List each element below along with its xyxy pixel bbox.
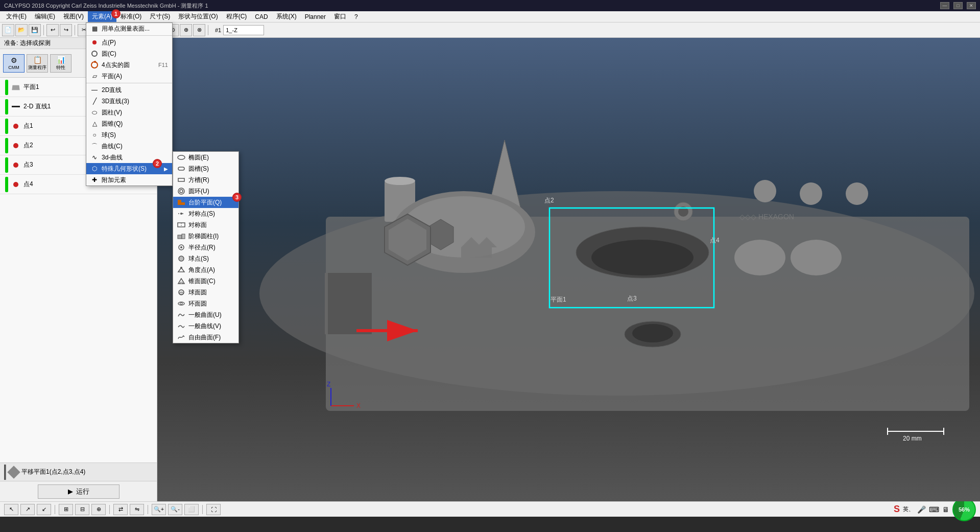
- dd-addon[interactable]: ✚ 附加元素: [86, 174, 172, 186]
- dd-4point-circle[interactable]: 4点实的圆 F11: [86, 59, 172, 71]
- bottom-el-icon: [7, 466, 20, 478]
- menu-help[interactable]: ?: [350, 11, 362, 22]
- close-button[interactable]: ✕: [967, 2, 976, 9]
- menu-window[interactable]: 窗口: [330, 11, 350, 22]
- sub-sphere-point[interactable]: 球点(S): [173, 253, 238, 264]
- dd-2dline[interactable]: — 2D直线: [86, 84, 172, 96]
- bb-btn-4[interactable]: ⊞: [59, 504, 73, 515]
- menu-program[interactable]: 程序(C): [222, 11, 251, 22]
- dd-curve[interactable]: ⌒ 曲线(C): [86, 141, 172, 152]
- dd-plane[interactable]: ▱ 平面(A): [86, 71, 172, 82]
- dd-cone[interactable]: △ 圆锥(Q): [86, 118, 172, 129]
- sub-step-cyl[interactable]: 阶梯圆柱(I): [173, 230, 238, 242]
- sub-rect-slot[interactable]: 方槽(R): [173, 174, 238, 186]
- 4circle-menu-icon: [90, 61, 99, 69]
- menu-view[interactable]: 视图(V): [59, 11, 88, 22]
- coord-input[interactable]: [223, 25, 264, 35]
- sub-angle-point[interactable]: 角度点(A): [173, 264, 238, 275]
- svg-text:◇◇◇ HEXAGON: ◇◇◇ HEXAGON: [739, 213, 794, 221]
- menu-edit[interactable]: 编辑(E): [31, 11, 59, 22]
- sub-half-point[interactable]: 半径点(R): [173, 242, 238, 253]
- point4-icon: [11, 180, 20, 189]
- sub-label-cone-circle: 锥面圆(C): [188, 277, 216, 286]
- sub-step-plane[interactable]: 台阶平面(Q) 3: [173, 197, 238, 208]
- bb-btn-5[interactable]: ⊟: [75, 504, 89, 515]
- sub-torus-circle[interactable]: 环面圆: [173, 298, 238, 309]
- bb-btn-6[interactable]: ⊕: [91, 504, 106, 515]
- 3d-viewport[interactable]: X = 79.5009 Y = 13.5230 Z = -0.0000: [157, 38, 980, 501]
- sub-general-curve[interactable]: 一般曲线(V): [173, 320, 238, 332]
- dd-label-point: 点(P): [102, 38, 116, 47]
- bb-btn-1[interactable]: ↖: [4, 504, 18, 515]
- menu-planner[interactable]: Planner: [301, 11, 330, 22]
- maximize-button[interactable]: □: [953, 2, 963, 9]
- point3-label: 点3: [23, 160, 33, 169]
- sym-face-sub-icon: [177, 221, 185, 229]
- title-bar: CALYPSO 2018 Copyright Carl Zeiss Indust…: [0, 0, 980, 11]
- svg-text:Z: Z: [327, 381, 330, 388]
- sub-label-ellipse: 椭圆(E): [188, 153, 209, 162]
- open-button[interactable]: 📂: [15, 24, 28, 36]
- probe-btn3[interactable]: ⊗: [193, 24, 205, 36]
- sub-ellipse[interactable]: 椭圆(E): [173, 152, 238, 163]
- dd-special[interactable]: ⬡ 特殊几何形状(S) ▶ 2: [86, 163, 172, 174]
- redo-button[interactable]: ↪: [60, 24, 72, 36]
- bb-btn-10[interactable]: 🔍-: [168, 504, 182, 515]
- dd-single-surface[interactable]: ▦ 用单点测量表面...: [86, 23, 172, 34]
- measure-program-button[interactable]: 📋 测量程序: [27, 54, 48, 73]
- undo-button[interactable]: ↩: [46, 24, 59, 36]
- feature-button[interactable]: 📊 特性: [50, 54, 71, 73]
- bb-btn-11[interactable]: ⬜: [184, 504, 199, 515]
- sub-sym-face[interactable]: 对称面: [173, 219, 238, 230]
- menu-file[interactable]: 文件(E): [2, 11, 31, 22]
- sub-general-surface[interactable]: 一般曲面(U): [173, 309, 238, 320]
- new-button[interactable]: 📄: [2, 24, 14, 36]
- menu-element[interactable]: 元素(A) 1: [88, 11, 116, 22]
- menu-cad[interactable]: CAD: [251, 11, 272, 22]
- dd-sphere[interactable]: ○ 球(S): [86, 129, 172, 141]
- dd-circle[interactable]: 圆(C): [86, 48, 172, 59]
- 3d-scene-svg: 点2 点3 点4 平面1 X Z ◇◇◇ HEXAGON: [157, 38, 980, 501]
- bb-sep1: [55, 505, 55, 514]
- bb-btn-12[interactable]: ⛶: [206, 504, 221, 515]
- bottom-element[interactable]: 平移平面1(点2,点3,点4): [0, 462, 157, 481]
- svg-text:点3: 点3: [627, 295, 637, 302]
- svg-point-46: [180, 190, 183, 193]
- menu-size[interactable]: 尺寸(S): [146, 11, 174, 22]
- sub-free-surface[interactable]: 自由曲面(F): [173, 332, 238, 343]
- bb-btn-9[interactable]: 🔍+: [152, 504, 166, 515]
- menu-bar: 文件(E) 编辑(E) 视图(V) 元素(A) 1 标准(O) 尺寸(S) 形状…: [0, 11, 980, 22]
- sub-label-sym-point: 对称点(S): [188, 210, 215, 218]
- sub-slot[interactable]: 圆槽(S): [173, 163, 238, 174]
- dd-label-curve: 曲线(C): [102, 142, 123, 151]
- run-button[interactable]: ▶ 运行: [38, 484, 119, 499]
- sub-annulus[interactable]: 圆环(U): [173, 186, 238, 197]
- bb-btn-8[interactable]: ⇋: [130, 504, 144, 515]
- menu-measure[interactable]: 标准(O): [116, 11, 146, 22]
- menu-system[interactable]: 系统(X): [272, 11, 301, 22]
- dd-point[interactable]: 点(P): [86, 37, 172, 48]
- svg-point-15: [754, 180, 776, 202]
- point2-label: 点2: [23, 141, 33, 150]
- bb-btn-3[interactable]: ↙: [37, 504, 51, 515]
- sub-cone-circle[interactable]: 锥面圆(C): [173, 275, 238, 287]
- svg-point-6: [385, 177, 415, 185]
- probe-btn2[interactable]: ⊕: [180, 24, 192, 36]
- svg-point-59: [180, 267, 182, 269]
- bb-btn-2[interactable]: ↗: [20, 504, 35, 515]
- status-bar-line1: [5, 99, 8, 114]
- minimize-button[interactable]: —: [940, 2, 949, 9]
- svg-rect-54: [182, 234, 185, 239]
- dd-3dline[interactable]: ╱ 3D直线(3): [86, 96, 172, 107]
- bottom-el-bar: [4, 465, 6, 480]
- cmm-button[interactable]: ⚙ CMM: [3, 54, 25, 73]
- bb-btn-7[interactable]: ⇄: [113, 504, 128, 515]
- cmm-label: CMM: [8, 65, 19, 70]
- sub-sym-point[interactable]: 对称点(S): [173, 208, 238, 219]
- rect-sub-icon: [177, 176, 185, 184]
- dd-cylinder[interactable]: ⬭ 圆柱(V): [86, 107, 172, 118]
- menu-form[interactable]: 形状与位置(O): [174, 11, 222, 22]
- dd-label-cone: 圆锥(Q): [102, 120, 123, 128]
- save-button[interactable]: 💾: [29, 24, 41, 36]
- sub-sphere-circle[interactable]: 球面圆: [173, 287, 238, 298]
